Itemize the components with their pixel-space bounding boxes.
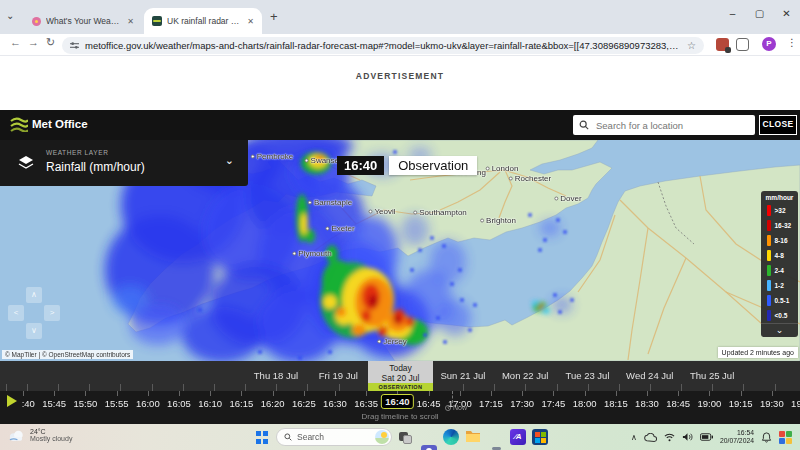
back-icon[interactable]: ← — [10, 36, 21, 48]
browser-tabstrip: ⌄ What's Your Weather Like July 2 ✕ UK r… — [0, 0, 800, 34]
new-tab-button[interactable]: + — [270, 9, 278, 24]
timeline-time[interactable]: 18:15 — [604, 398, 628, 409]
map-canvas[interactable]: PembrokeSwanseaBarnstapleYeovilExeterPly… — [0, 140, 800, 361]
browser-tab-2-active[interactable]: UK rainfall radar map - Met Offi ✕ — [144, 8, 262, 34]
extension-icon[interactable] — [716, 38, 729, 51]
timeline-time-bar[interactable]: 15:4015:4515:5015:5516:0016:0516:1016:15… — [0, 391, 800, 424]
timeline-time[interactable]: 15:55 — [105, 398, 129, 409]
timeline-time[interactable]: 15:50 — [74, 398, 98, 409]
search-icon — [579, 120, 589, 130]
browser-menu-icon[interactable]: ⋮ — [787, 37, 797, 48]
timeline-time[interactable]: 16:00 — [136, 398, 160, 409]
timeline-day[interactable]: Thu 18 Jul — [254, 370, 298, 381]
weather-layer-panel[interactable]: WEATHER LAYER Rainfall (mm/hour) ⌄ — [0, 140, 248, 186]
battery-icon[interactable] — [700, 433, 713, 441]
file-explorer-icon[interactable] — [465, 429, 481, 445]
timeline-day[interactable]: Tue 23 Jul — [565, 370, 609, 381]
forward-icon[interactable]: → — [28, 36, 39, 48]
legend-color-bar — [767, 220, 771, 231]
city-label-dover: Dover — [554, 194, 581, 203]
legend-color-bar — [767, 265, 771, 276]
onedrive-icon[interactable] — [644, 433, 657, 442]
rainfall-legend: mm/hour >3216-328-164-82-41-20.5-1<0.5 ⌄ — [761, 191, 798, 337]
legend-item: 4-8 — [761, 248, 798, 263]
timeline-time[interactable]: 19:15 — [729, 398, 753, 409]
flower-favicon-icon — [32, 17, 41, 26]
tray-expand-chevron-icon[interactable]: ∧ — [631, 433, 637, 442]
notifications-bell-icon[interactable] — [761, 432, 772, 443]
volume-icon[interactable] — [682, 432, 693, 442]
timeline-time[interactable]: 18:30 — [635, 398, 659, 409]
pan-down-button[interactable]: ∨ — [26, 323, 42, 339]
pan-right-button[interactable]: > — [44, 305, 60, 321]
close-window-button[interactable]: ✕ — [773, 0, 800, 30]
city-marker-icon — [486, 166, 490, 170]
timeline-time[interactable]: 17:30 — [510, 398, 534, 409]
tray-clock[interactable]: 16:54 20/07/2024 — [720, 429, 754, 445]
location-search-box[interactable] — [573, 115, 755, 135]
timeline-time[interactable]: 16:05 — [167, 398, 191, 409]
timeline-time[interactable]: 16:20 — [261, 398, 285, 409]
pan-up-button[interactable]: ∧ — [26, 287, 42, 303]
timeline-time[interactable]: 16:45 — [417, 398, 441, 409]
search-icon — [284, 433, 292, 441]
play-icon — [7, 395, 17, 407]
timeline-time[interactable]: 17:45 — [542, 398, 566, 409]
maximize-button[interactable]: ▢ — [746, 0, 773, 30]
timeline-time[interactable]: 19:45 — [791, 398, 800, 409]
extensions-puzzle-icon[interactable] — [736, 38, 749, 51]
city-marker-icon — [308, 200, 312, 204]
timeline-time[interactable]: 16:15 — [230, 398, 254, 409]
taskbar-condition: Mostly cloudy — [30, 435, 72, 442]
timeline-time[interactable]: 16:35 — [354, 398, 378, 409]
address-bar[interactable]: metoffice.gov.uk/weather/maps-and-charts… — [62, 37, 704, 54]
city-label-rochester: Rochester — [509, 174, 551, 183]
bookmark-star-icon[interactable]: ☆ — [687, 40, 696, 51]
timeline-time[interactable]: 16:25 — [292, 398, 316, 409]
tab-search-chevron-icon[interactable]: ⌄ — [6, 10, 14, 21]
task-view-button[interactable] — [398, 429, 414, 445]
legend-collapse-chevron-icon[interactable]: ⌄ — [761, 323, 798, 337]
pan-left-button[interactable]: < — [8, 305, 24, 321]
clipchamp-app-icon[interactable]: ⁄A — [510, 429, 526, 445]
timeline-time-selected[interactable]: 16:40 — [381, 394, 413, 409]
microsoft-store-icon[interactable] — [532, 429, 548, 445]
timeline-time[interactable]: 18:00 — [573, 398, 597, 409]
play-button[interactable] — [0, 391, 22, 413]
timeline-day[interactable]: Thu 25 Jul — [690, 370, 734, 381]
timeline-time[interactable]: 16:10 — [198, 398, 222, 409]
timeline-time[interactable]: 15:45 — [42, 398, 66, 409]
timeline-today[interactable]: TodaySat 20 JulOBSERVATION — [368, 361, 433, 391]
timeline-time[interactable]: 18:45 — [666, 398, 690, 409]
tab-close-icon[interactable]: ✕ — [125, 17, 136, 26]
wifi-icon[interactable] — [664, 433, 675, 442]
taskbar-search[interactable]: Search — [276, 428, 392, 446]
start-button[interactable] — [256, 429, 272, 445]
taskbar-weather-widget[interactable]: 24°C Mostly cloudy — [8, 428, 72, 442]
timeline-day[interactable]: Wed 24 Jul — [626, 370, 673, 381]
teams-app-icon[interactable] — [421, 445, 437, 450]
site-info-icon[interactable] — [70, 41, 79, 50]
legend-item: 16-32 — [761, 218, 798, 233]
map-attribution: © MapTiler | © OpenStreetMap contributor… — [2, 350, 133, 359]
brand-name: Met Office — [32, 118, 88, 130]
timeline-days-bar[interactable]: Thu 18 JulFri 19 JulTodaySat 20 JulOBSER… — [0, 361, 800, 391]
tab-close-icon[interactable]: ✕ — [245, 17, 256, 26]
timeline-time[interactable]: 19:30 — [760, 398, 784, 409]
profile-avatar[interactable]: P — [762, 37, 776, 51]
timeline-time[interactable]: 17:15 — [479, 398, 503, 409]
chevron-down-icon[interactable]: ⌄ — [225, 154, 234, 167]
location-search-input[interactable] — [594, 119, 749, 132]
timeline-time[interactable]: 19:00 — [698, 398, 722, 409]
browser-tab-1[interactable]: What's Your Weather Like July 2 ✕ — [24, 8, 142, 34]
timeline-day[interactable]: Sun 21 Jul — [440, 370, 485, 381]
timeline-time[interactable]: 16:30 — [323, 398, 347, 409]
widgets-icon[interactable] — [779, 431, 792, 444]
minimize-button[interactable]: – — [719, 0, 746, 30]
timeline-day[interactable]: Fri 19 Jul — [319, 370, 358, 381]
edge-app-icon[interactable] — [443, 429, 459, 445]
city-label-jersey: Jersey — [377, 337, 407, 346]
reload-icon[interactable]: ↻ — [46, 36, 55, 49]
timeline-day[interactable]: Mon 22 Jul — [502, 370, 548, 381]
close-search-button[interactable]: CLOSE — [759, 115, 797, 135]
